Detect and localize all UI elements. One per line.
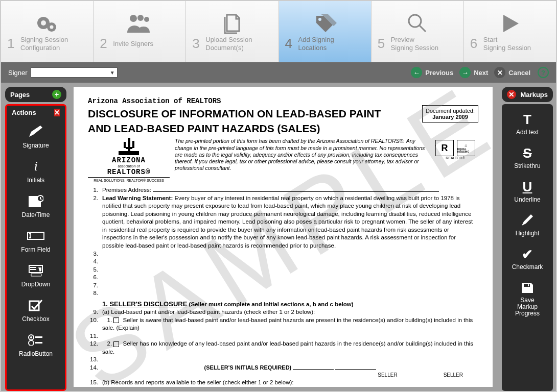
step-5[interactable]: 5 PreviewSigning Session xyxy=(372,1,464,62)
step-6[interactable]: 6 StartSigning Session xyxy=(464,1,556,62)
tool-label: DropDown xyxy=(21,281,51,288)
highlighter-icon xyxy=(521,213,534,228)
doc-title: DISCLOSURE OF INFORMATION ON LEAD-BASED … xyxy=(88,107,416,120)
checkbox-field[interactable] xyxy=(113,317,119,323)
disclaimer: The pre-printed portion of this form has… xyxy=(175,138,427,172)
navbar: Signer ← Previous → Next ✕ Cancel ? xyxy=(1,62,556,83)
markups-label: Markups xyxy=(521,91,548,99)
tool-label: Highlight xyxy=(516,230,540,237)
svg-point-5 xyxy=(137,15,144,21)
step-2[interactable]: 2 Invite Signers xyxy=(94,1,186,62)
svg-text:12: 12 xyxy=(32,199,38,205)
tool-label: SaveMarkupProgress xyxy=(515,297,540,317)
actions-panel: Actions ✕ Signature i Initials 12 Date/T… xyxy=(5,104,66,391)
svg-rect-17 xyxy=(35,336,42,338)
step-label: Invite Signers xyxy=(113,40,153,48)
markup-add-text[interactable]: T Add text xyxy=(503,107,552,141)
pages-panel-header[interactable]: Pages + xyxy=(5,87,66,102)
svg-point-7 xyxy=(318,18,321,21)
tool-datetime[interactable]: 12 Date/Time xyxy=(9,189,63,224)
step-number: 2 xyxy=(100,36,109,52)
next-label: Next xyxy=(474,69,488,77)
cactus-icon xyxy=(119,138,139,155)
markup-underline[interactable]: U Underline xyxy=(503,175,552,208)
checkbox-field[interactable] xyxy=(113,341,119,347)
realtor-r-icon: R xyxy=(435,140,454,156)
checkbox-icon xyxy=(27,298,45,312)
svg-point-1 xyxy=(41,20,46,26)
gear-icon xyxy=(32,11,62,36)
markup-save-progress[interactable]: SaveMarkupProgress xyxy=(503,276,552,323)
tags-icon xyxy=(310,11,340,36)
tool-label: Signature xyxy=(22,142,49,149)
svg-rect-20 xyxy=(119,151,139,155)
signer-dropdown[interactable] xyxy=(31,67,118,78)
step-label: Signing SessionConfiguration xyxy=(20,36,68,52)
updated-value: January 2009 xyxy=(425,114,476,120)
next-button[interactable]: → Next xyxy=(459,67,488,78)
step-1[interactable]: 1 Signing SessionConfiguration xyxy=(1,1,94,62)
markup-highlight[interactable]: Highlight xyxy=(503,208,552,242)
markup-checkmark[interactable]: ✔ Checkmark xyxy=(503,242,552,276)
step-number: 6 xyxy=(470,36,479,52)
tool-label: Initials xyxy=(27,177,44,184)
tool-label: RadioButton xyxy=(19,350,53,357)
tool-label: Underline xyxy=(514,196,540,203)
close-icon[interactable]: ✕ xyxy=(507,90,516,99)
previous-button[interactable]: ← Previous xyxy=(411,67,453,78)
tool-label: Strikethru xyxy=(514,162,540,169)
arrow-left-icon: ← xyxy=(411,67,422,78)
dropdown-icon xyxy=(27,263,45,278)
step-label: Add SigningLocations xyxy=(298,36,334,52)
markup-strikethru[interactable]: S Strikethru xyxy=(503,141,552,175)
step-4[interactable]: 4 Add SigningLocations xyxy=(279,1,372,62)
equal-housing-icon: ⌂EQUAL HOUSING xyxy=(457,140,475,156)
doc-title-2: AND LEAD-BASED PAINT HAZARDS (SALES) xyxy=(88,122,416,135)
tool-checkbox[interactable]: Checkbox xyxy=(9,293,63,328)
step-3[interactable]: 3 Upload SessionDocument(s) xyxy=(186,1,278,62)
documents-icon xyxy=(217,11,247,36)
svg-point-6 xyxy=(144,17,149,22)
tool-signature[interactable]: Signature xyxy=(9,119,63,154)
tool-formfield[interactable]: Form Field xyxy=(9,224,63,258)
cancel-button[interactable]: ✕ Cancel xyxy=(494,67,530,78)
step-number: 4 xyxy=(285,36,294,52)
tool-label: Form Field xyxy=(21,246,50,253)
markups-panel: T Add text S Strikethru U Underline High… xyxy=(502,104,553,391)
tool-label: Date/Time xyxy=(22,211,50,218)
radio-icon xyxy=(27,333,45,347)
close-icon[interactable]: ✕ xyxy=(54,109,60,116)
magnifier-icon xyxy=(402,11,433,36)
document-viewport[interactable]: SAMPLE Arizona Association of REALTORS D… xyxy=(66,87,500,391)
svg-point-4 xyxy=(130,15,137,22)
wizard-steps: 1 Signing SessionConfiguration 2 Invite … xyxy=(1,1,556,62)
step-label: PreviewSigning Session xyxy=(391,36,438,52)
arrow-right-icon: → xyxy=(459,67,471,78)
step-number: 5 xyxy=(378,36,387,52)
cancel-label: Cancel xyxy=(508,69,530,77)
tool-radiobutton[interactable]: RadioButton xyxy=(9,328,63,362)
updated-box: Document updated: January 2009 xyxy=(422,105,478,122)
pages-label: Pages xyxy=(10,91,30,99)
previous-label: Previous xyxy=(425,69,453,77)
svg-rect-21 xyxy=(524,284,530,287)
markups-panel-header[interactable]: Markups ✕ xyxy=(502,87,553,102)
svg-rect-22 xyxy=(528,284,529,286)
checkmark-icon: ✔ xyxy=(522,247,533,261)
svg-point-18 xyxy=(29,340,34,346)
plus-icon[interactable]: + xyxy=(52,90,61,99)
svg-rect-19 xyxy=(35,342,42,344)
play-icon xyxy=(495,11,525,36)
realtor-logos: R ⌂EQUAL HOUSING xyxy=(432,140,478,156)
save-icon xyxy=(521,281,534,295)
help-button[interactable]: ? xyxy=(538,67,549,78)
svg-point-16 xyxy=(30,336,32,338)
calendar-icon: 12 xyxy=(27,194,45,208)
step-label: Upload SessionDocument(s) xyxy=(205,36,252,52)
underline-icon: U xyxy=(523,180,532,194)
doc-body: 1.Premises Address: 2.Lead Warning State… xyxy=(88,186,478,387)
tool-dropdown[interactable]: DropDown xyxy=(9,258,63,293)
tool-initials[interactable]: i Initials xyxy=(9,154,63,189)
tool-label: Add text xyxy=(516,129,539,136)
step-label: StartSigning Session xyxy=(483,36,531,52)
